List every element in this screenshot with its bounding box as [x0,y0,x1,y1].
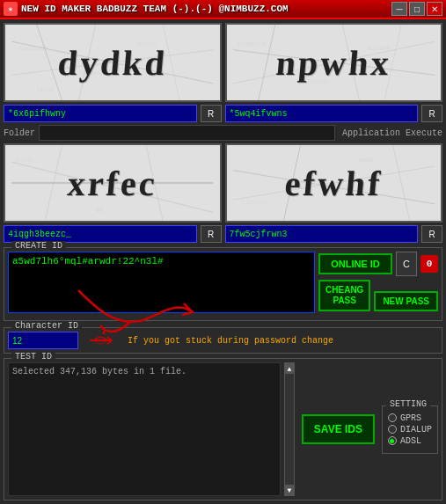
maximize-button[interactable]: □ [409,2,425,16]
create-id-textarea[interactable]: a5wd7lh6°mql#arwdr!22^n3l# [8,252,315,313]
captcha-text-left-2: xrfec [66,163,159,204]
settings-options: GPRS DIALUP ADSL [388,413,432,446]
radio-item-gprs[interactable]: GPRS [388,413,432,423]
svg-text:virus: virus [37,86,55,93]
test-id-content: Selected 347,136 bytes in 1 file. ▲ ▼ SA… [8,362,438,496]
captcha-left-1: badbuzz nimbuzz maker virus dydkd [4,23,222,102]
refresh-btn-left-2[interactable]: R [201,225,222,243]
folder-label: Folder [4,128,35,138]
settings-label: SETTING [386,399,430,409]
svg-text:maker: maker [16,157,33,164]
radio-item-dialup[interactable]: DIALUP [388,425,432,435]
main-content: badbuzz nimbuzz maker virus dydkd badbuz… [0,19,446,504]
radio-dialup[interactable] [388,425,397,434]
character-id-label: Character ID [11,321,82,331]
test-id-section: TEST ID Selected 347,136 bytes in 1 file… [4,358,442,500]
zero-badge: 0 [420,255,438,273]
c-button[interactable]: C [396,252,417,276]
radio-gprs[interactable] [388,413,397,422]
folder-row: Folder Application Execute [4,125,442,141]
radio-adsl-label: ADSL [400,436,421,446]
captcha-left-2: maker id xrfec [4,143,222,223]
input-row-1: R R [4,105,442,122]
radio-adsl[interactable] [388,436,397,445]
radio-item-adsl[interactable]: ADSL [388,436,432,446]
refresh-btn-right-2[interactable]: R [421,225,442,243]
window-title: NEW ID MAKER BADBUZZ TEAM (-).(-) @NIMBU… [21,4,289,14]
radio-gprs-label: GPRS [400,413,421,423]
captcha-input-right-1[interactable] [225,105,419,122]
input-row-2: R R [4,225,442,243]
captcha-text-right-2: efwhf [283,163,384,204]
captcha-right-1: badbuzz Virus Wizard npwhx [225,23,443,102]
captcha-row-2: maker id xrfec nimbuzz pass efwhf [4,143,442,223]
minimize-button[interactable]: ─ [391,2,407,16]
captcha-input-right-2[interactable] [225,225,419,243]
refresh-btn-right-1[interactable]: R [421,105,442,122]
captcha-input-left-1[interactable] [4,105,197,122]
new-pass-button[interactable]: NEW PASS [374,291,438,311]
test-id-scrollbar: ▲ ▼ [284,362,295,496]
online-id-button[interactable]: ONLINE ID [318,253,392,274]
test-id-label: TEST ID [11,352,55,362]
captcha-text-left-1: dydkd [56,42,169,84]
svg-line-11 [258,25,274,100]
captcha-text-right-1: npwhx [274,42,393,84]
radio-dialup-label: DIALUP [400,425,432,435]
svg-text:badbuzz: badbuzz [20,45,48,52]
app-execute-label: Application Execute [342,128,442,138]
svg-line-26 [392,145,409,221]
create-id-section: CREATE ID a5wd7lh6°mql#arwdr!22^n3l# ONL… [4,247,442,321]
svg-text:id: id [96,207,103,214]
svg-text:nimbuzz: nimbuzz [241,199,266,206]
captcha-right-2: nimbuzz pass efwhf [225,143,443,223]
scroll-down-arrow[interactable]: ▼ [284,485,295,495]
close-button[interactable]: ✕ [427,2,442,16]
cheang-pass-button[interactable]: CHEANG PASS [318,280,370,311]
character-id-section: Character ID If you got stuck during pas… [4,327,442,354]
scroll-up-arrow[interactable]: ▲ [284,363,295,374]
refresh-btn-left-1[interactable]: R [201,105,222,122]
create-id-section-label: CREATE ID [11,241,66,251]
character-id-row: If you got stuck during password change [8,332,438,349]
char-id-arrow [85,332,121,349]
character-id-info: If you got stuck during password change [128,336,438,346]
captcha-row-1: badbuzz nimbuzz maker virus dydkd badbuz… [4,23,442,102]
window-controls: ─ □ ✕ [391,2,442,16]
character-id-input[interactable] [8,332,78,349]
title-bar: ★ NEW ID MAKER BADBUZZ TEAM (-).(-) @NIM… [0,0,446,19]
captcha-input-left-2[interactable] [4,225,197,243]
test-id-text-area: Selected 347,136 bytes in 1 file. [8,362,281,496]
folder-input[interactable] [39,125,335,141]
save-ids-button[interactable]: SAVE IDS [302,414,375,444]
svg-text:badbuzz: badbuzz [237,40,265,47]
app-icon: ★ [4,2,18,16]
settings-box: SETTING GPRS DIALUP ADSL [382,405,438,454]
